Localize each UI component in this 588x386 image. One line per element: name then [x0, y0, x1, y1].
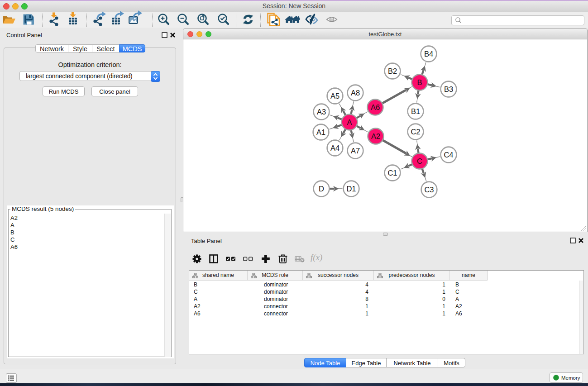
svg-text:B1: B1: [411, 107, 420, 115]
svg-text:A7: A7: [351, 147, 360, 155]
svg-text:D: D: [319, 185, 324, 193]
svg-text:A2: A2: [371, 132, 380, 140]
svg-text:C3: C3: [424, 186, 434, 194]
svg-text:A6: A6: [371, 103, 380, 111]
svg-text:D1: D1: [346, 185, 356, 193]
svg-text:A3: A3: [317, 108, 326, 116]
svg-text:B2: B2: [388, 67, 397, 75]
svg-text:C2: C2: [411, 128, 420, 136]
svg-text:A1: A1: [316, 128, 325, 136]
svg-text:C: C: [417, 157, 422, 165]
svg-text:A5: A5: [330, 92, 339, 100]
svg-text:B4: B4: [424, 50, 433, 58]
svg-text:A: A: [347, 118, 352, 126]
svg-text:A8: A8: [351, 89, 360, 97]
svg-text:A4: A4: [330, 144, 339, 152]
svg-text:B3: B3: [444, 85, 453, 93]
svg-text:B: B: [417, 78, 422, 86]
svg-text:C4: C4: [444, 151, 453, 159]
svg-text:C1: C1: [387, 169, 397, 177]
